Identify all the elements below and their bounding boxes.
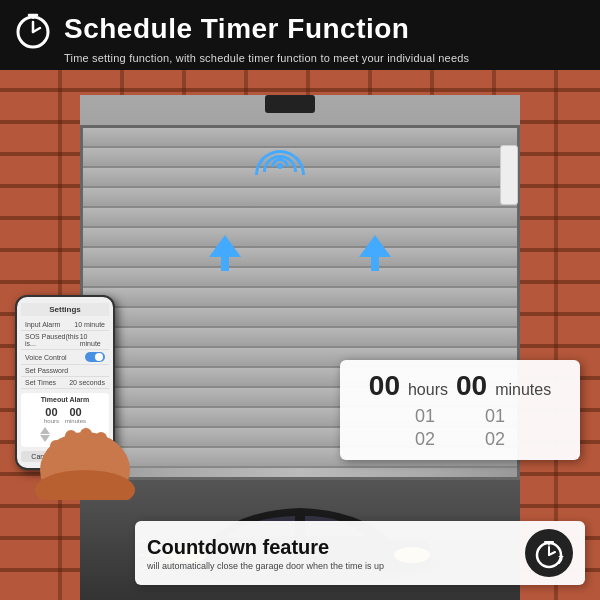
countdown-subtitle: will automatically close the garage door… xyxy=(147,561,515,571)
header-bar: Schedule Timer Function Time setting fun… xyxy=(0,0,600,70)
side-device xyxy=(500,145,518,205)
up-arrows xyxy=(0,235,600,271)
wifi-icon xyxy=(255,150,305,169)
countdown-box: Countdown feature will automatically clo… xyxy=(135,521,585,585)
phone-row-1-label: Input Alarm xyxy=(25,321,60,328)
countdown-text-area: Countdown feature will automatically clo… xyxy=(147,535,515,571)
phone-toggle[interactable] xyxy=(85,352,105,362)
phone-row-1: Input Alarm 10 minute xyxy=(21,319,109,331)
phone-container: Settings Input Alarm 10 minute SOS Pause… xyxy=(15,295,155,470)
up-arrow-right xyxy=(359,235,391,271)
up-arrow-left xyxy=(209,235,241,271)
countdown-title: Countdown feature xyxy=(147,535,515,559)
phone-row-2-label: SOS Paused(this is... xyxy=(25,333,80,347)
phone-row-2: SOS Paused(this is... 10 minute xyxy=(21,331,109,350)
phone-row-5-label: Set Times xyxy=(25,379,56,386)
timer-row3-left: 02 xyxy=(415,429,435,450)
timer-row3-right: 02 xyxy=(485,429,505,450)
phone-timer-label: Timeout Alarm xyxy=(24,396,106,403)
phone-row-4-label: Set Password xyxy=(25,367,68,374)
timer-popup-minutes-label: minutes xyxy=(495,381,551,399)
countdown-timer-icon xyxy=(531,535,567,571)
timer-popup-minutes: 00 xyxy=(456,370,487,402)
svg-rect-16 xyxy=(80,428,92,468)
svg-rect-14 xyxy=(50,440,62,470)
timer-icon xyxy=(12,8,54,50)
phone-row-5-value: 20 seconds xyxy=(69,379,105,386)
header-subtitle: Time setting function, with schedule tim… xyxy=(12,52,588,64)
timer-popup-hours-label: hours xyxy=(408,381,448,399)
garage-device xyxy=(265,95,315,113)
timer-popup-hours: 00 xyxy=(369,370,400,402)
svg-rect-15 xyxy=(65,430,77,470)
phone-row-1-value: 10 minute xyxy=(74,321,105,328)
header-title: Schedule Timer Function xyxy=(64,14,409,45)
timer-row2-left: 01 xyxy=(415,406,435,427)
hand-svg xyxy=(25,410,155,500)
svg-rect-17 xyxy=(95,432,107,470)
phone-screen-title: Settings xyxy=(21,303,109,316)
phone-row-2-value: 10 minute xyxy=(80,333,105,347)
timer-popup: 00 hours 00 minutes 01 01 02 02 xyxy=(340,360,580,460)
main-container: Schedule Timer Function Time setting fun… xyxy=(0,0,600,600)
timer-row2-right: 01 xyxy=(485,406,505,427)
phone-row-3-label: Voice Control xyxy=(25,354,67,361)
phone-row-3: Voice Control xyxy=(21,350,109,365)
svg-marker-23 xyxy=(558,555,564,557)
countdown-icon xyxy=(525,529,573,577)
phone-row-5: Set Times 20 seconds xyxy=(21,377,109,389)
phone-row-4: Set Password xyxy=(21,365,109,377)
